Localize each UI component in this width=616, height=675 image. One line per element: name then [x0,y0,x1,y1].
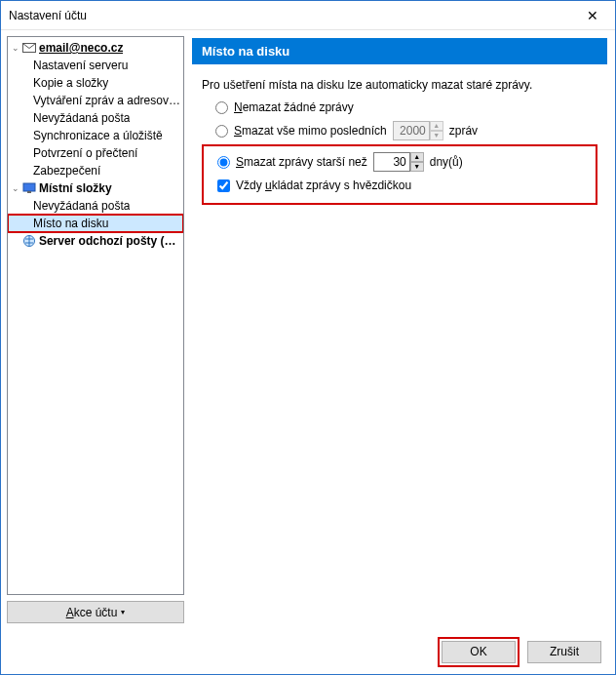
svg-rect-1 [23,183,35,191]
svg-rect-2 [27,191,31,193]
check-keep-starred-input[interactable] [217,179,230,192]
recent-count-spinner: ▲▼ [393,121,443,140]
mail-icon [21,41,37,55]
globe-icon [21,234,37,248]
tree-item-server-settings[interactable]: Nastavení serveru [8,57,183,74]
tree-item-compose-addressing[interactable]: Vytváření zpráv a adresování [8,92,183,109]
radio-delete-none-input[interactable] [215,101,228,114]
tree-panel: ⌄ email@neco.cz Nastavení serveru Kopie … [7,36,184,623]
tree-item-return-receipts[interactable]: Potvrzení o přečtení [8,144,183,162]
account-tree[interactable]: ⌄ email@neco.cz Nastavení serveru Kopie … [7,36,184,595]
spinner-down-icon[interactable]: ▼ [410,162,424,172]
recent-count-input [393,121,430,140]
cancel-button[interactable]: Zrušit [527,641,601,663]
spinner-up-icon: ▲ [430,121,443,131]
older-days-spinner[interactable]: ▲▼ [373,152,424,172]
tree-outgoing-server[interactable]: Server odchozí pošty (S... [8,232,183,250]
intro-text: Pro ušetření místa na disku lze automati… [202,78,597,92]
tree-label: Server odchozí pošty (S... [39,234,181,248]
tree-item-sync-storage[interactable]: Synchronizace a úložiště [8,127,183,144]
check-keep-starred[interactable]: Vždy ukládat zprávy s hvězdičkou [217,176,592,195]
radio-delete-older[interactable]: Smazat zprávy starší než ▲▼ dny(ů) [217,152,592,172]
radio-delete-except-recent-input[interactable] [215,125,228,138]
recent-unit: zpráv [449,124,478,138]
spinner-up-icon[interactable]: ▲ [410,152,424,162]
tree-item-local-junk[interactable]: Nevyžádaná pošta [8,197,183,215]
settings-panel: Místo na disku Pro ušetření místa na dis… [190,36,609,623]
tree-account-root[interactable]: ⌄ email@neco.cz [8,39,183,57]
titlebar: Nastavení účtu ✕ [1,1,615,30]
tree-item-disk-space[interactable]: Místo na disku [8,215,183,232]
tree-label: Místní složky [39,181,112,195]
content: ⌄ email@neco.cz Nastavení serveru Kopie … [1,30,615,629]
tree-label: email@neco.cz [39,41,123,55]
older-days-input[interactable] [373,152,410,172]
tree-item-copies-folders[interactable]: Kopie a složky [8,74,183,92]
ok-highlight: OK [438,637,520,667]
tree-local-folders[interactable]: ⌄ Místní složky [8,179,183,197]
window-title: Nastavení účtu [9,9,570,22]
radio-delete-except-recent[interactable]: Smazat vše mimo posledních ▲▼ zpráv [215,121,597,140]
section-header: Místo na disku [192,38,607,64]
spinner-down-icon: ▼ [430,131,443,140]
close-button[interactable]: ✕ [570,1,615,30]
tree-item-junk[interactable]: Nevyžádaná pošta [8,109,183,127]
chevron-down-icon[interactable]: ⌄ [12,43,21,53]
radio-delete-older-input[interactable] [217,156,230,169]
ok-button[interactable]: OK [442,641,516,663]
dropdown-icon: ▾ [121,608,125,616]
account-actions: Akce účtu ▾ [7,601,184,623]
monitor-icon [21,181,37,195]
radio-delete-none[interactable]: Nemazat žádné zprávy [215,98,597,117]
tree-item-security[interactable]: Zabezpečení [8,162,183,179]
section-body: Pro ušetření místa na disku lze automati… [192,64,607,215]
chevron-down-icon[interactable]: ⌄ [12,183,21,193]
highlight-box: Smazat zprávy starší než ▲▼ dny(ů) Vždy … [202,144,597,205]
account-actions-button[interactable]: Akce účtu ▾ [7,601,184,623]
older-unit: dny(ů) [430,155,463,169]
dialog-footer: OK Zrušit [1,629,615,674]
